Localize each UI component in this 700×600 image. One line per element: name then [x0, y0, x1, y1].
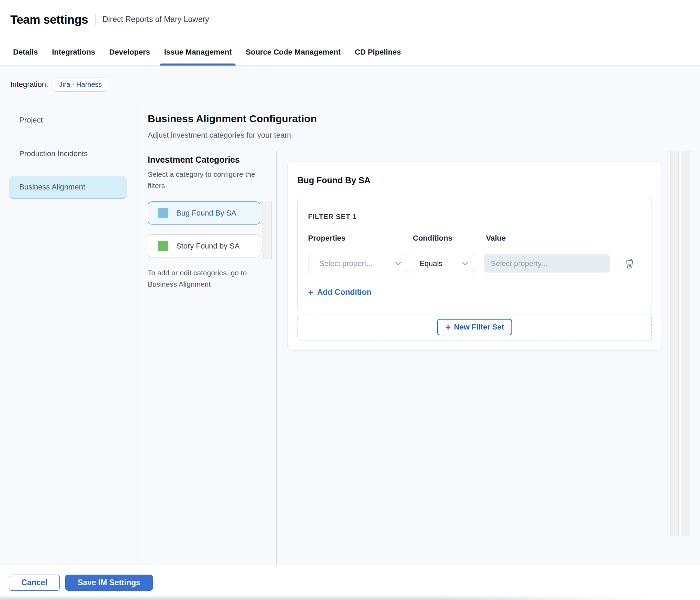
filter-card-title: Bug Found By SA	[297, 175, 652, 185]
category-label: Bug Found By SA	[176, 209, 236, 218]
chevron-down-icon	[462, 262, 468, 265]
trash-icon	[625, 258, 634, 269]
filter-set-1: FILTER SET 1 Properties Conditions Value…	[297, 198, 652, 310]
sidebar-item-project[interactable]: Project	[9, 109, 127, 131]
properties-column-label: Properties	[308, 234, 413, 243]
content-area: Integration: Jira - Harness Project Prod…	[0, 66, 700, 565]
section-subtitle: Adjust investment categories for your te…	[148, 131, 700, 140]
new-filter-set-label: New Filter Set	[454, 323, 504, 332]
footer-bar: Cancel Save IM Settings	[0, 565, 700, 600]
tab-bar: Details Integrations Developers Issue Ma…	[0, 39, 700, 66]
category-swatch-blue	[158, 208, 168, 218]
investment-categories-column: Investment Categories Select a category …	[137, 151, 277, 565]
tab-issue-management[interactable]: Issue Management	[164, 39, 232, 65]
page-subtitle: Direct Reports of Mary Lowery	[102, 15, 209, 24]
business-alignment-section: Business Alignment Configuration Adjust …	[137, 103, 700, 565]
properties-select-placeholder: - Select propert...	[315, 259, 373, 268]
category-list-scrollbar[interactable]	[262, 201, 272, 259]
category-bug-found-by-sa[interactable]: Bug Found By SA	[148, 201, 260, 224]
delete-condition-button[interactable]	[625, 258, 634, 269]
categories-hint: Select a category to configure the filte…	[148, 169, 266, 191]
properties-select[interactable]: - Select propert...	[308, 254, 407, 273]
section-head: Business Alignment Configuration Adjust …	[137, 113, 700, 140]
integration-row: Integration: Jira - Harness	[0, 66, 700, 103]
vertical-scrollbar-track[interactable]	[681, 151, 690, 536]
categories-footnote: To add or edit categories, go to Busines…	[148, 267, 266, 290]
new-filter-set-button[interactable]: + New Filter Set	[437, 319, 512, 335]
filter-panel-column: Bug Found By SA FILTER SET 1 Properties …	[277, 151, 700, 565]
add-condition-label: Add Condition	[317, 288, 371, 297]
conditions-select[interactable]: Equals	[413, 254, 474, 273]
value-column-label: Value	[484, 234, 506, 243]
plus-icon: +	[445, 323, 451, 332]
save-im-settings-button[interactable]: Save IM Settings	[65, 575, 153, 591]
filter-column-headers: Properties Conditions Value	[308, 234, 641, 243]
title-separator	[95, 14, 95, 25]
filter-card: Bug Found By SA FILTER SET 1 Properties …	[288, 162, 662, 350]
categories-heading: Investment Categories	[148, 155, 266, 165]
sidebar-item-business-alignment[interactable]: Business Alignment	[9, 176, 127, 199]
category-story-found-by-sa[interactable]: Story Found by SA	[148, 234, 260, 257]
integration-label: Integration:	[10, 80, 48, 89]
value-input[interactable]	[484, 254, 610, 273]
configuration-columns: Investment Categories Select a category …	[137, 151, 700, 565]
cancel-button[interactable]: Cancel	[9, 575, 60, 591]
bottom-shadow	[0, 595, 700, 600]
integration-chip[interactable]: Jira - Harness	[53, 78, 108, 92]
section-title: Business Alignment Configuration	[148, 113, 700, 125]
filter-set-title: FILTER SET 1	[308, 212, 641, 221]
filter-condition-row: - Select propert... Equals	[308, 254, 641, 273]
chevron-down-icon	[395, 262, 401, 265]
page-title: Team settings	[10, 13, 88, 26]
plus-icon: +	[308, 288, 313, 297]
sidebar-item-production-incidents[interactable]: Production Incidents	[9, 142, 127, 165]
conditions-select-value: Equals	[419, 259, 442, 268]
tab-developers[interactable]: Developers	[109, 39, 150, 65]
settings-body: Project Production Incidents Business Al…	[0, 103, 700, 565]
settings-sidebar: Project Production Incidents Business Al…	[0, 103, 137, 565]
tab-details[interactable]: Details	[13, 39, 38, 65]
tab-source-code-management[interactable]: Source Code Management	[246, 39, 341, 65]
conditions-column-label: Conditions	[413, 234, 484, 243]
category-swatch-green	[158, 241, 168, 251]
add-condition-button[interactable]: + Add Condition	[308, 288, 372, 297]
vertical-scrollbar-track[interactable]	[670, 151, 679, 536]
new-filter-set-dropzone: + New Filter Set	[297, 314, 652, 341]
page-header: Team settings Direct Reports of Mary Low…	[0, 0, 700, 39]
team-settings-page: Team settings Direct Reports of Mary Low…	[0, 0, 700, 600]
tab-cd-pipelines[interactable]: CD Pipelines	[355, 39, 401, 65]
tab-integrations[interactable]: Integrations	[52, 39, 95, 65]
category-label: Story Found by SA	[176, 242, 240, 251]
category-list: Bug Found By SA Story Found by SA	[148, 201, 261, 257]
